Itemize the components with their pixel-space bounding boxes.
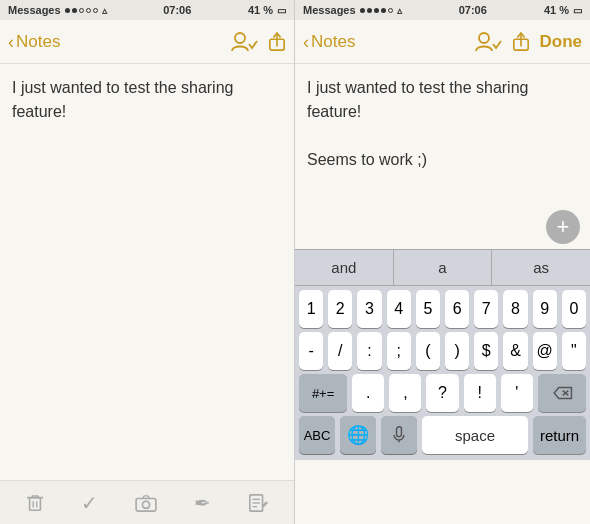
- left-compose-button[interactable]: [248, 493, 268, 513]
- key-semicolon[interactable]: ;: [387, 332, 411, 370]
- dot2: [72, 8, 77, 13]
- svg-rect-3: [30, 497, 41, 510]
- key-closeparen[interactable]: ): [445, 332, 469, 370]
- left-phone-panel: Messages ▵ 07:06 41 % ▭ ‹ Notes: [0, 0, 295, 524]
- left-app-name: Messages: [8, 4, 61, 16]
- left-trash-button[interactable]: [26, 493, 44, 513]
- plus-button[interactable]: +: [546, 210, 580, 244]
- right-app-name: Messages: [303, 4, 356, 16]
- right-notes-back-label: Notes: [311, 32, 355, 52]
- predictive-as[interactable]: as: [492, 250, 590, 285]
- rdot3: [374, 8, 379, 13]
- key-abc[interactable]: ABC: [299, 416, 335, 454]
- rdot5: [388, 8, 393, 13]
- right-share-svg: [512, 32, 530, 52]
- key-at[interactable]: @: [533, 332, 557, 370]
- key-mic[interactable]: [381, 416, 417, 454]
- key-quote[interactable]: ": [562, 332, 586, 370]
- left-bottom-toolbar: ✓ ✒: [0, 480, 294, 524]
- key-9[interactable]: 9: [533, 290, 557, 328]
- right-back-button[interactable]: ‹ Notes: [303, 32, 355, 52]
- left-note-content: I just wanted to test the sharing featur…: [0, 64, 294, 480]
- svg-point-12: [479, 33, 489, 43]
- left-person-check-svg: [230, 31, 258, 53]
- right-note-line2: feature!: [307, 100, 578, 124]
- right-share-icon[interactable]: [512, 32, 530, 52]
- key-3[interactable]: 3: [357, 290, 381, 328]
- right-signal: [360, 8, 393, 13]
- key-8[interactable]: 8: [503, 290, 527, 328]
- left-notes-back-label: Notes: [16, 32, 60, 52]
- key-exclaim[interactable]: !: [464, 374, 496, 412]
- keyboard-row-symbols: - / : ; ( ) $ & @ ": [295, 328, 590, 370]
- key-return[interactable]: return: [533, 416, 586, 454]
- left-pen-button[interactable]: ✒: [194, 491, 211, 515]
- right-nav-bar: ‹ Notes Done: [295, 20, 590, 64]
- predictive-a[interactable]: a: [394, 250, 493, 285]
- left-battery-pct: 41 %: [248, 4, 273, 16]
- right-phone-panel: Messages ▵ 07:06 41 % ▭ ‹ Notes: [295, 0, 590, 524]
- right-status-left: Messages ▵: [303, 4, 402, 16]
- key-slash[interactable]: /: [328, 332, 352, 370]
- right-status-bar: Messages ▵ 07:06 41 % ▭: [295, 0, 590, 20]
- key-openparen[interactable]: (: [416, 332, 440, 370]
- delete-key[interactable]: [538, 374, 586, 412]
- right-back-arrow: ‹: [303, 33, 309, 51]
- right-collaborator-icon[interactable]: [474, 31, 502, 53]
- predictive-and[interactable]: and: [295, 250, 394, 285]
- left-note-line1: I just wanted to test the sharing: [12, 76, 282, 100]
- key-1[interactable]: 1: [299, 290, 323, 328]
- right-time: 07:06: [459, 4, 487, 16]
- key-globe[interactable]: 🌐: [340, 416, 376, 454]
- left-wifi-icon: ▵: [102, 5, 107, 16]
- svg-point-7: [142, 501, 149, 508]
- right-nav-icons: Done: [474, 31, 583, 53]
- keyboard: and a as 1 2 3 4 5 6 7 8 9 0 - / : ; ( )…: [295, 249, 590, 460]
- left-note-line2: feature!: [12, 100, 282, 124]
- key-0[interactable]: 0: [562, 290, 586, 328]
- key-space[interactable]: space: [422, 416, 528, 454]
- right-person-check-svg: [474, 31, 502, 53]
- left-share-svg: [268, 32, 286, 52]
- key-4[interactable]: 4: [387, 290, 411, 328]
- svg-rect-17: [397, 427, 402, 437]
- key-ampersand[interactable]: &: [503, 332, 527, 370]
- left-nav-bar: ‹ Notes: [0, 20, 294, 64]
- key-dollar[interactable]: $: [474, 332, 498, 370]
- left-status-right: 41 % ▭: [248, 4, 286, 16]
- right-wifi-icon: ▵: [397, 5, 402, 16]
- key-comma[interactable]: ,: [389, 374, 421, 412]
- predictive-bar: and a as: [295, 250, 590, 286]
- dot4: [86, 8, 91, 13]
- left-time: 07:06: [163, 4, 191, 16]
- left-collaborator-icon[interactable]: [230, 31, 258, 53]
- right-battery-pct: 41 %: [544, 4, 569, 16]
- delete-icon: [551, 385, 573, 401]
- svg-point-0: [235, 33, 245, 43]
- rdot1: [360, 8, 365, 13]
- left-check-button[interactable]: ✓: [81, 491, 98, 515]
- key-7[interactable]: 7: [474, 290, 498, 328]
- keyboard-row-numbers: 1 2 3 4 5 6 7 8 9 0: [295, 286, 590, 328]
- left-share-icon[interactable]: [268, 32, 286, 52]
- right-status-right: 41 % ▭: [544, 4, 582, 16]
- left-camera-button[interactable]: [135, 494, 157, 512]
- key-minus[interactable]: -: [299, 332, 323, 370]
- key-question[interactable]: ?: [426, 374, 458, 412]
- key-colon[interactable]: :: [357, 332, 381, 370]
- key-2[interactable]: 2: [328, 290, 352, 328]
- left-back-button[interactable]: ‹ Notes: [8, 32, 60, 52]
- right-note-line1: I just wanted to test the sharing: [307, 76, 578, 100]
- key-period[interactable]: .: [352, 374, 384, 412]
- right-note-line4: Seems to work ;): [307, 148, 578, 172]
- left-status-left: Messages ▵: [8, 4, 107, 16]
- key-hash-plus-equals[interactable]: #+=: [299, 374, 347, 412]
- right-done-button[interactable]: Done: [540, 32, 583, 52]
- key-apostrophe[interactable]: ': [501, 374, 533, 412]
- right-battery-icon: ▭: [573, 5, 582, 16]
- left-trash-icon: [26, 493, 44, 513]
- key-6[interactable]: 6: [445, 290, 469, 328]
- key-5[interactable]: 5: [416, 290, 440, 328]
- left-signal: [65, 8, 98, 13]
- left-nav-icons: [230, 31, 286, 53]
